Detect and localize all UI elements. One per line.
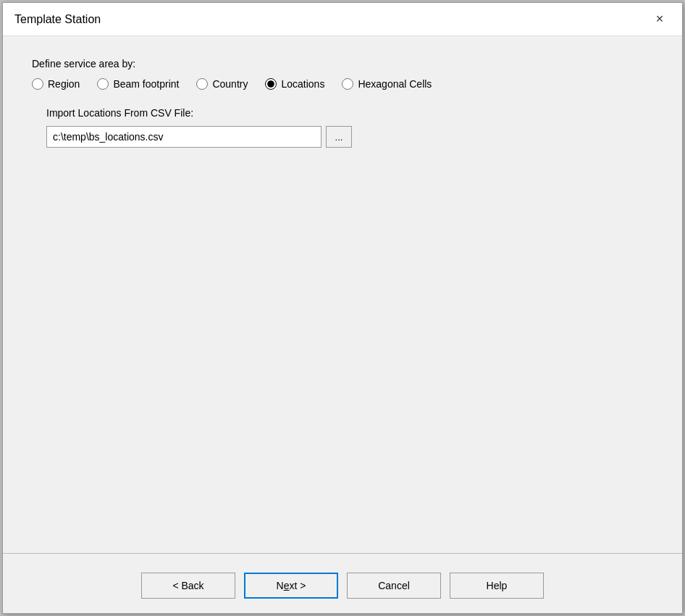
csv-file-input[interactable] — [46, 126, 322, 148]
radio-country-label: Country — [212, 78, 248, 90]
define-service-label: Define service area by: — [32, 58, 653, 69]
help-button[interactable]: Help — [450, 573, 544, 599]
radio-hexagonal-cells[interactable]: Hexagonal Cells — [342, 78, 432, 90]
template-station-dialog: Template Station × Define service area b… — [2, 2, 683, 614]
import-section: Import Locations From CSV File: ... — [46, 107, 653, 148]
separator — [3, 553, 682, 554]
back-button[interactable]: < Back — [141, 573, 235, 599]
browse-button[interactable]: ... — [326, 126, 352, 148]
close-button[interactable]: × — [649, 9, 671, 30]
dialog-title: Template Station — [14, 13, 101, 26]
next-button[interactable]: Next > — [244, 573, 338, 599]
radio-region[interactable]: Region — [32, 78, 80, 90]
content-area: Define service area by: Region Beam foot… — [3, 36, 682, 553]
radio-country[interactable]: Country — [196, 78, 248, 90]
help-label: Help — [487, 580, 508, 591]
button-bar: < Back Next > Cancel Help — [3, 565, 682, 613]
title-bar: Template Station × — [3, 3, 682, 36]
radio-beam-footprint[interactable]: Beam footprint — [97, 78, 179, 90]
cancel-label: Cancel — [378, 580, 410, 591]
radio-region-label: Region — [48, 78, 80, 90]
cancel-button[interactable]: Cancel — [347, 573, 441, 599]
next-label: Next > — [277, 580, 306, 591]
back-label: < Back — [172, 580, 203, 591]
radio-hexagonal-cells-label: Hexagonal Cells — [358, 78, 432, 90]
radio-locations-label: Locations — [281, 78, 324, 90]
import-label: Import Locations From CSV File: — [46, 107, 653, 119]
radio-locations[interactable]: Locations — [265, 78, 324, 90]
import-row: ... — [46, 126, 653, 148]
radio-beam-footprint-label: Beam footprint — [113, 78, 179, 90]
service-area-radio-group: Region Beam footprint Country Locations … — [32, 78, 653, 90]
